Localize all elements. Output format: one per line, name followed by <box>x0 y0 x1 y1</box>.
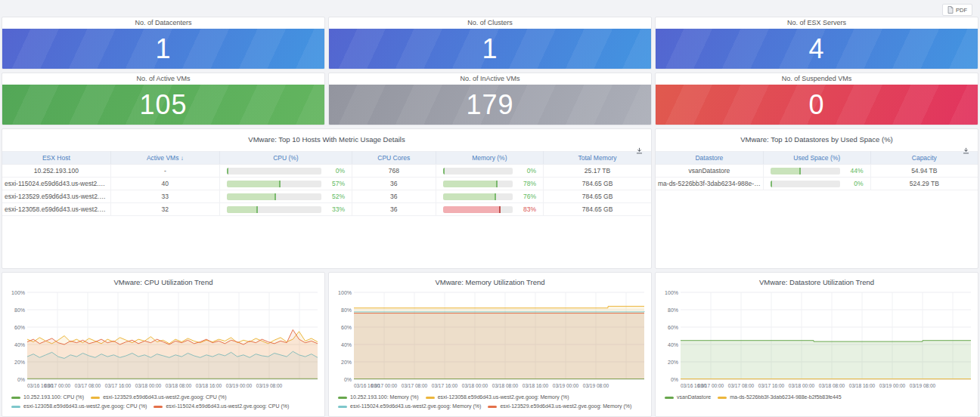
svg-text:03/19 00:00: 03/19 00:00 <box>226 383 253 388</box>
memory-pct-cell: 76% <box>436 190 543 203</box>
svg-text:20%: 20% <box>341 360 352 365</box>
legend-item[interactable]: esxi-123058.e59d6d43.us-west2.gve.goog: … <box>11 403 147 410</box>
legend-swatch <box>718 397 727 399</box>
datastore-utilization-chart-panel: VMware: Datastore Utilization Trend 0%20… <box>655 272 978 417</box>
pdf-export-button[interactable]: PDF <box>942 4 972 16</box>
svg-text:03/17 00:00: 03/17 00:00 <box>698 383 724 388</box>
table-row: esxi-123529.e59d6d43.us-west2.gve.goog 3… <box>2 190 651 203</box>
svg-text:40%: 40% <box>14 342 25 348</box>
table-row: 10.252.193.100 - 0% 768 0% 25.17 TB <box>2 165 651 178</box>
svg-text:60%: 60% <box>341 325 352 330</box>
stat-card-inactive-vms: No. of InActive VMs 179 <box>328 73 652 125</box>
svg-text:40%: 40% <box>341 342 352 348</box>
datastore-cell: ma-ds-5226bb3f-3dab6234-988e-b2f5b... <box>656 178 763 190</box>
legend-item[interactable]: 10.252.193.100: CPU (%) <box>11 394 84 401</box>
pdf-export-label: PDF <box>956 7 967 14</box>
col-datastore[interactable]: Datastore <box>656 152 763 165</box>
memory-usage-bar <box>443 206 513 213</box>
svg-text:60%: 60% <box>668 325 678 330</box>
hosts-table-title: VMware: Top 10 Hosts With Metric Usage D… <box>2 129 651 144</box>
total-memory-cell: 784.65 GB <box>544 190 651 203</box>
legend-swatch <box>426 397 435 399</box>
col-cpu-cores[interactable]: CPU Cores <box>352 152 436 165</box>
cpu-pct-cell: 0% <box>219 165 352 178</box>
svg-text:03/17 08:00: 03/17 08:00 <box>728 383 755 388</box>
cpu-usage-bar <box>227 206 321 213</box>
legend-swatch <box>665 397 674 399</box>
legend-label: ma-ds-5226bb3f-3dab6234-988e-b2f5b83fe44… <box>730 394 842 401</box>
legend-label: esxi-115024.e59d6d43.us-west2.gve.goog: … <box>166 403 289 410</box>
svg-text:03/18 00:00: 03/18 00:00 <box>789 383 815 388</box>
col-memory-pct[interactable]: Memory (%) <box>436 152 543 165</box>
hosts-table: ESX Host Active VMs ↓ CPU (%) CPU Cores … <box>2 151 651 216</box>
datastores-table-header-row: Datastore Used Space (%) Capacity <box>656 152 978 165</box>
legend-item[interactable]: esxi-123529.e59d6d43.us-west2.gve.goog: … <box>488 403 631 410</box>
stat-card-title: No. of InActive VMs <box>329 73 651 85</box>
datastores-table-title: VMware: Top 10 Datastores by Used Space … <box>656 129 978 144</box>
esx-host-cell: esxi-115024.e59d6d43.us-west2.gve.goog <box>2 178 110 190</box>
chart-plot-area: 0%20%40%60%80%100%03/16 16:0003/17 00:00… <box>656 289 978 393</box>
datastores-table: Datastore Used Space (%) Capacity vsanDa… <box>656 151 978 190</box>
col-cpu-pct[interactable]: CPU (%) <box>219 152 352 165</box>
memory-pct-cell: 78% <box>436 178 543 190</box>
legend-item[interactable]: vsanDatastore <box>665 394 711 401</box>
legend-label: esxi-115024.e59d6d43.us-west2.gve.goog: … <box>350 403 481 410</box>
legend-item[interactable]: esxi-115024.e59d6d43.us-west2.gve.goog: … <box>154 403 289 410</box>
legend-item[interactable]: ma-ds-5226bb3f-3dab6234-988e-b2f5b83fe44… <box>718 394 842 401</box>
legend-swatch <box>338 406 347 408</box>
legend-swatch <box>154 406 163 408</box>
chart-legend: 10.252.193.100: Memory (%)esxi-123058.e5… <box>329 393 651 410</box>
table-row: ma-ds-5226bb3f-3dab6234-988e-b2f5b... 0%… <box>656 178 978 190</box>
datastore-cell: vsanDatastore <box>656 165 763 178</box>
capacity-cell: 54.94 TB <box>870 165 978 178</box>
used-space-value: 0% <box>844 180 864 187</box>
stat-card-value: 0 <box>656 85 978 125</box>
chart-plot-area: 0%20%40%60%80%100%03/16 16:0003/17 00:00… <box>2 289 324 393</box>
cpu-cores-cell: 36 <box>352 203 436 216</box>
svg-text:03/18 16:00: 03/18 16:00 <box>523 383 549 388</box>
svg-text:60%: 60% <box>14 325 25 330</box>
export-download-button[interactable] <box>634 144 644 158</box>
legend-item[interactable]: esxi-123529.e59d6d43.us-west2.gve.goog: … <box>91 394 226 401</box>
col-esx-host[interactable]: ESX Host <box>2 152 110 165</box>
chart-legend: vsanDatastorema-ds-5226bb3f-3dab6234-988… <box>656 393 978 401</box>
memory-pct-value: 83% <box>516 205 536 213</box>
stat-card-suspended-vms: No. of Suspended VMs 0 <box>655 73 978 125</box>
dashboard: PDF No. of Datacenters 1 No. of Clusters… <box>0 0 980 417</box>
active-vms-cell: - <box>110 165 219 178</box>
svg-text:03/17 16:00: 03/17 16:00 <box>758 383 785 388</box>
memory-usage-bar <box>443 193 513 200</box>
legend-item[interactable]: 10.252.193.100: Memory (%) <box>338 394 419 401</box>
chart-canvas: 0%20%40%60%80%100%03/16 16:0003/17 00:00… <box>658 289 975 390</box>
legend-swatch <box>338 397 347 399</box>
stat-card-title: No. of Suspended VMs <box>656 73 978 85</box>
svg-text:03/18 00:00: 03/18 00:00 <box>462 383 488 388</box>
svg-text:100%: 100% <box>665 290 678 295</box>
svg-text:03/19 08:00: 03/19 08:00 <box>910 383 936 388</box>
chart-legend: 10.252.193.100: CPU (%)esxi-123529.e59d6… <box>2 393 324 410</box>
memory-pct-value: 0% <box>516 167 536 175</box>
svg-text:100%: 100% <box>338 290 352 295</box>
svg-text:80%: 80% <box>668 307 678 313</box>
memory-pct-value: 78% <box>516 180 536 187</box>
cpu-pct-value: 52% <box>325 193 345 200</box>
datastores-table-panel: VMware: Top 10 Datastores by Used Space … <box>655 128 978 269</box>
col-active-vms[interactable]: Active VMs ↓ <box>110 152 219 165</box>
stat-card-value: 1 <box>2 29 324 69</box>
legend-swatch <box>91 397 100 399</box>
export-download-button[interactable] <box>961 144 971 158</box>
legend-label: esxi-123058.e59d6d43.us-west2.gve.goog: … <box>23 403 147 410</box>
cpu-usage-bar <box>227 181 321 187</box>
stat-card-clusters: No. of Clusters 1 <box>328 17 652 70</box>
used-space-bar <box>771 168 840 175</box>
table-row: esxi-115024.e59d6d43.us-west2.gve.goog 4… <box>2 178 651 190</box>
cpu-usage-bar <box>227 168 321 175</box>
chart-title: VMware: Datastore Utilization Trend <box>656 273 978 289</box>
svg-text:80%: 80% <box>14 307 25 313</box>
esx-host-cell: 10.252.193.100 <box>2 165 110 178</box>
col-used-space[interactable]: Used Space (%) <box>763 152 870 165</box>
active-vms-cell: 33 <box>110 190 219 203</box>
legend-item[interactable]: esxi-123058.e59d6d43.us-west2.gve.goog: … <box>426 394 569 401</box>
legend-item[interactable]: esxi-115024.e59d6d43.us-west2.gve.goog: … <box>338 403 481 410</box>
svg-text:20%: 20% <box>668 360 678 365</box>
